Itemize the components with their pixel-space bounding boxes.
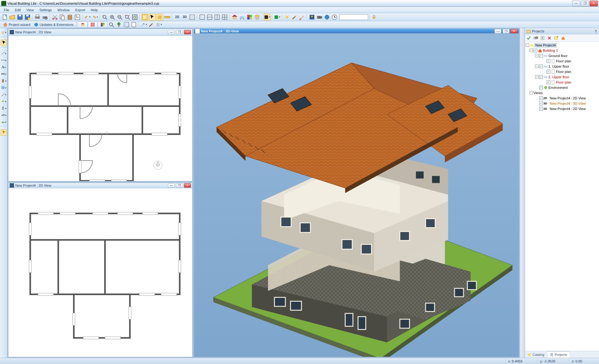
wand-button[interactable] xyxy=(291,14,298,21)
view2d-b-minimize-button[interactable]: — xyxy=(168,183,175,188)
catalog-materials-button[interactable] xyxy=(246,14,253,21)
rename-icon[interactable]: ab| xyxy=(533,36,538,41)
options-button[interactable]: ▾ xyxy=(155,21,162,28)
sun-button[interactable] xyxy=(284,14,290,21)
zoom-out-button[interactable] xyxy=(116,14,123,21)
roof-tool[interactable]: ▸ xyxy=(1,98,7,104)
open-file-button[interactable] xyxy=(9,14,16,21)
walkthrough-button[interactable] xyxy=(309,14,315,21)
window-vert-button[interactable] xyxy=(214,14,221,21)
menu-file[interactable]: File xyxy=(1,7,12,12)
menu-edit[interactable]: Edit xyxy=(12,7,23,12)
view3d-close-button[interactable]: ✕ xyxy=(511,29,518,33)
render-mode-button[interactable]: ▾ xyxy=(264,14,270,21)
zoom-fit-button[interactable] xyxy=(131,14,138,21)
selection-mode-button[interactable] xyxy=(149,14,156,21)
save-button[interactable] xyxy=(17,14,23,21)
redo-button[interactable]: ▾ xyxy=(91,14,98,21)
view3d-titlebar[interactable]: New Project4 : 3D-View — ❐ ✕ xyxy=(194,29,519,34)
view2d-a-close-button[interactable]: ✕ xyxy=(184,30,191,34)
toggle-building-button[interactable] xyxy=(78,22,88,28)
tree-viewitem-2d-a[interactable]: ✓ 2D New Project4 : 2D View xyxy=(526,95,598,101)
menu-view[interactable]: View xyxy=(24,7,37,12)
window-single-button[interactable] xyxy=(199,14,206,21)
pin-icon[interactable] xyxy=(594,29,598,33)
vertical-scrollbar[interactable] xyxy=(520,28,525,358)
toggle-grid-button[interactable] xyxy=(88,22,98,28)
menu-help[interactable]: Help xyxy=(88,7,100,12)
maximize-button[interactable]: ❐ xyxy=(581,1,589,6)
toggle-texture-button[interactable] xyxy=(98,22,108,28)
dimension-tool[interactable]: ▸ xyxy=(1,57,7,63)
menu-window[interactable]: Window xyxy=(55,7,72,12)
grid-button[interactable] xyxy=(156,14,163,21)
view2d-a-viewport[interactable] xyxy=(8,36,192,181)
view2d-a-maximize-button[interactable]: ❐ xyxy=(176,30,183,34)
window-quad-button[interactable] xyxy=(221,14,228,21)
globe-button[interactable] xyxy=(324,14,330,21)
expand-all-icon[interactable] xyxy=(540,36,545,41)
close-button[interactable]: ✕ xyxy=(590,1,598,6)
column-tool[interactable]: ▸ xyxy=(1,105,7,111)
view2d-a-minimize-button[interactable]: — xyxy=(168,30,175,34)
layout-button[interactable] xyxy=(123,21,130,28)
zoom-extents-button[interactable] xyxy=(124,14,131,21)
line-tool[interactable]: ▸ xyxy=(1,50,7,56)
terrain-tool[interactable]: ▸ xyxy=(1,119,7,125)
page-button[interactable] xyxy=(130,21,137,28)
slab-tool[interactable]: ▸ xyxy=(1,112,7,118)
tree-floorplan-upper2[interactable]: ✓ Floor plan xyxy=(526,79,598,85)
door-tool[interactable]: ▸ xyxy=(1,78,7,84)
minimize-button[interactable]: — xyxy=(572,1,580,6)
undo-button[interactable]: ▾ xyxy=(84,14,91,21)
view2d-b-close-button[interactable]: ✕ xyxy=(184,183,191,188)
select-element-tool[interactable] xyxy=(1,129,7,136)
wall-tool[interactable]: ▸ xyxy=(1,71,7,77)
properties-button[interactable] xyxy=(74,14,81,21)
print-button[interactable] xyxy=(34,14,41,21)
address-input[interactable] xyxy=(339,14,368,20)
layer-button[interactable] xyxy=(254,14,261,21)
tree-environment[interactable]: ✓ Environment xyxy=(526,85,598,90)
home-icon[interactable] xyxy=(561,36,566,41)
tree-floor-upper1[interactable]: −✓ 1. Upper floor xyxy=(526,64,598,69)
tree-viewitem-3d[interactable]: ✓ 3D New Project4 : 3D-View xyxy=(526,101,598,106)
projects-panel-header[interactable]: Projects xyxy=(525,28,599,34)
tools-button[interactable]: ▾ xyxy=(140,21,147,28)
tree-floor-ground[interactable]: −✓ Ground floor xyxy=(526,53,598,58)
view2d-b-titlebar[interactable]: New Project4 : 2D View — ❐ ✕ xyxy=(8,183,192,188)
tab-catalog[interactable]: Catalog xyxy=(525,351,547,358)
updates-extensions-button[interactable]: Updates & Extensions xyxy=(32,22,75,27)
tree-root[interactable]: − New Project4 xyxy=(526,42,598,48)
view3d-minimize-button[interactable]: — xyxy=(494,29,501,33)
copy-button[interactable] xyxy=(59,14,66,21)
tree-views[interactable]: − Views xyxy=(526,90,598,95)
view3d-viewport[interactable] xyxy=(194,34,519,357)
menu-settings[interactable]: Settings xyxy=(37,7,54,12)
cut-button[interactable] xyxy=(51,14,58,21)
check-icon[interactable] xyxy=(526,36,531,41)
view3d-maximize-button[interactable]: ❐ xyxy=(503,29,509,33)
window-horiz-button[interactable] xyxy=(206,14,213,21)
stairs-tool[interactable]: ▸ xyxy=(1,91,7,98)
tree-floor-upper2[interactable]: −✓ 2. Upper floor xyxy=(526,74,598,79)
delete-icon[interactable] xyxy=(547,36,552,41)
select-tool[interactable] xyxy=(1,40,7,46)
new-layer-icon[interactable] xyxy=(554,36,559,41)
view-2d-button[interactable]: 2D xyxy=(174,14,181,21)
tree-viewitem-2d-b[interactable]: ✓ 2D New Project4 : 2D View xyxy=(526,106,598,111)
view2d-b-viewport[interactable] xyxy=(8,188,192,357)
brush-button[interactable] xyxy=(299,14,305,21)
clock-button[interactable] xyxy=(331,14,338,21)
camera-button[interactable] xyxy=(316,14,323,21)
view-3d-button[interactable]: 3D xyxy=(181,14,188,21)
tree-floorplan-ground[interactable]: ✓ Floor plan xyxy=(526,58,598,64)
project-wizard-button[interactable]: Project wizard xyxy=(1,22,32,27)
window-tool[interactable]: ▸ xyxy=(1,84,7,91)
save-as-button[interactable] xyxy=(24,14,31,21)
view2d-a-titlebar[interactable]: New Project4 : 2D View — ❐ ✕ xyxy=(8,29,192,36)
zoom-in-button[interactable] xyxy=(109,14,116,21)
wand2-button[interactable] xyxy=(148,21,155,28)
catalog-building-button[interactable] xyxy=(231,14,238,21)
lock-icon[interactable] xyxy=(372,15,376,19)
